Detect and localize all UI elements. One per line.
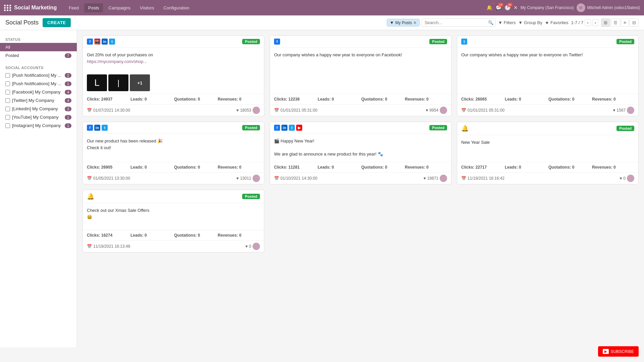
card-body-5: 🎬 Happy New Year!We are glad to announce… bbox=[270, 134, 451, 162]
facebook-icon: f bbox=[87, 39, 93, 45]
avatar: M bbox=[577, 3, 585, 12]
youtube-subscribe-button[interactable]: ▶ SUBSCRIBE bbox=[598, 346, 639, 347]
card-likes-1: ♥ 18053 bbox=[236, 107, 260, 114]
card-date-7: 📅 11/19/2021 16:13:48 bbox=[87, 244, 130, 249]
sidebar-status-all[interactable]: All bbox=[0, 43, 77, 51]
card-revenues-7: Revenues: 0 bbox=[218, 233, 260, 238]
search-input-wrap: 🔍 bbox=[422, 18, 495, 27]
sidebar-youtube-badge: 1 bbox=[65, 115, 71, 120]
my-posts-filter[interactable]: ▼ My Posts ✕ bbox=[387, 19, 420, 26]
card-header-7: 🔔 Posted bbox=[83, 190, 264, 203]
card-social-icons-7: 🔔 bbox=[87, 193, 94, 200]
sidebar-push-2-checkbox[interactable] bbox=[5, 81, 10, 86]
card-social-icons-2: f bbox=[274, 39, 280, 45]
card-quotations-5: Quotations: 0 bbox=[361, 165, 404, 170]
card-clicks-3: Clicks: 26065 bbox=[461, 97, 503, 102]
card-clicks-4: Clicks: 26905 bbox=[87, 165, 129, 170]
grid-view-button[interactable]: ⊟ bbox=[630, 18, 639, 27]
post-card-4[interactable]: f in t Posted Our new product has been r… bbox=[83, 122, 264, 184]
linkedin-icon-5: in bbox=[281, 125, 287, 131]
card-date-2: 📅 01/01/2021 05:31:00 bbox=[274, 108, 317, 113]
card-header-6: 🔔 Posted bbox=[457, 122, 638, 135]
post-card-5[interactable]: f in t ▶ Posted 🎬 Happy New Year!We are … bbox=[270, 122, 451, 184]
favorites-button[interactable]: ★ Favorites bbox=[545, 20, 568, 25]
card-stats-1: Clicks: 24937 Leads: 0 Quotations: 0 Rev… bbox=[83, 94, 264, 104]
nav-posts[interactable]: Posts bbox=[84, 3, 103, 12]
card-social-icons-6: 🔔 bbox=[461, 125, 469, 132]
post-card-3[interactable]: t Posted Our company wishes a happy new … bbox=[457, 36, 639, 116]
sidebar-youtube[interactable]: [YouTube] My Company 1 bbox=[0, 113, 77, 121]
sidebar-push-1[interactable]: [Push Notifications] My ... 2 bbox=[0, 71, 77, 79]
card-footer-4: 📅 01/05/2021 13:30:00 ♥ 13011 bbox=[83, 172, 264, 184]
activity-view-button[interactable]: ☰ bbox=[611, 18, 620, 27]
sidebar-instagram-badge: 1 bbox=[65, 123, 71, 128]
nav-configuration[interactable]: Configuration bbox=[159, 3, 193, 12]
sidebar-youtube-checkbox[interactable] bbox=[5, 115, 10, 120]
messages-icon[interactable]: 💬 19 bbox=[495, 5, 502, 11]
close-icon[interactable]: ✕ bbox=[514, 5, 518, 11]
pagination-next[interactable]: › bbox=[592, 19, 598, 26]
sidebar-linkedin-checkbox[interactable] bbox=[5, 107, 10, 111]
sidebar-instagram-checkbox[interactable] bbox=[5, 123, 10, 128]
card-avatar-4 bbox=[253, 175, 260, 182]
card-stats-5: Clicks: 11281 Leads: 0 Quotations: 0 Rev… bbox=[270, 162, 451, 172]
sidebar-facebook-checkbox[interactable] bbox=[5, 90, 10, 95]
sidebar-push-1-badge: 2 bbox=[65, 73, 71, 78]
card-revenues-3: Revenues: 0 bbox=[592, 97, 634, 102]
post-card-7[interactable]: 🔔 Posted Check out our Xmas Sale Offers😀… bbox=[83, 190, 264, 252]
topnav-right-area: 🔔 💬 19 🕐 40 ✕ My Company (San Francisco)… bbox=[486, 3, 640, 12]
app-logo[interactable]: Social Marketing bbox=[4, 5, 57, 11]
sidebar-push-1-checkbox[interactable] bbox=[5, 73, 10, 78]
sidebar-instagram[interactable]: [Instagram] My Company 1 bbox=[0, 121, 77, 130]
card-social-icons-1: f 📸 in t bbox=[87, 39, 115, 45]
sidebar-twitter-badge: 4 bbox=[65, 98, 71, 103]
post-card-2[interactable]: f Posted Our company wishes a happy new … bbox=[270, 36, 451, 116]
sidebar-status-posted[interactable]: Posted 7 bbox=[0, 51, 77, 60]
card-body-1: Get 20% out of your purchases onhttps://… bbox=[83, 48, 264, 74]
card-leads-2: Leads: 0 bbox=[318, 97, 360, 102]
nav-campaigns[interactable]: Campaigns bbox=[104, 3, 135, 12]
card-link-1[interactable]: https://mycompany.com/shop... bbox=[87, 59, 147, 64]
pagination-prev[interactable]: ‹ bbox=[585, 19, 591, 26]
notifications-badge bbox=[492, 3, 495, 3]
card-date-3: 📅 01/01/2021 05:31:00 bbox=[461, 108, 504, 113]
sidebar-twitter-checkbox[interactable] bbox=[5, 98, 10, 103]
card-stats-3: Clicks: 26065 Leads: 0 Quotations: 0 Rev… bbox=[457, 94, 638, 104]
create-button[interactable]: CREATE bbox=[43, 18, 70, 27]
linkedin-icon: in bbox=[102, 39, 108, 45]
card-likes-4: ♥ 13011 bbox=[236, 175, 260, 182]
remove-filter-button[interactable]: ✕ bbox=[413, 20, 417, 25]
push-bell-icon-7: 🔔 bbox=[87, 193, 94, 200]
search-input[interactable] bbox=[422, 18, 495, 27]
sidebar-push-2[interactable]: [Push Notifications] My ... 1 bbox=[0, 79, 77, 88]
card-avatar-7 bbox=[253, 243, 260, 250]
notifications-icon[interactable]: 🔔 bbox=[486, 5, 493, 11]
search-submit-icon[interactable]: 🔍 bbox=[488, 20, 493, 25]
company-name[interactable]: My Company (San Francisco) bbox=[521, 5, 574, 10]
app-title: Social Marketing bbox=[14, 5, 57, 11]
list-view-button[interactable]: ≡ bbox=[621, 18, 629, 27]
sidebar-all-label: All bbox=[5, 45, 10, 50]
sidebar-twitter[interactable]: [Twitter] My Company 4 bbox=[0, 96, 77, 105]
card-social-icons-3: t bbox=[461, 39, 467, 45]
sidebar-linkedin[interactable]: [LinkedIn] My Company 3 bbox=[0, 105, 77, 113]
filters-button[interactable]: ▼ Filters bbox=[498, 20, 516, 25]
user-info[interactable]: M Mitchell Admin (odoo15latest) bbox=[577, 3, 640, 12]
sidebar-facebook[interactable]: [Facebook] My Company 4 bbox=[0, 88, 77, 96]
kanban-view-button[interactable]: ⊞ bbox=[601, 18, 610, 27]
status-badge-4: Posted bbox=[242, 125, 260, 130]
card-leads-4: Leads: 0 bbox=[130, 165, 173, 170]
nav-feed[interactable]: Feed bbox=[65, 3, 83, 12]
post-card-6[interactable]: 🔔 Posted New Year Sale Clicks: 22717 Lea… bbox=[457, 122, 639, 184]
facebook-icon-4: f bbox=[87, 125, 93, 131]
activities-icon[interactable]: 🕐 40 bbox=[504, 5, 511, 11]
sidebar: STATUS All Posted 7 SOCIAL ACCOUNTS [Pus… bbox=[0, 30, 77, 347]
card-footer-6: 📅 11/19/2021 16:16:42 ♥ 0 bbox=[457, 172, 638, 184]
group-by-button[interactable]: ▼ Group By bbox=[518, 20, 542, 25]
card-stats-4: Clicks: 26905 Leads: 0 Quotations: 0 Rev… bbox=[83, 162, 264, 172]
main-menu: Feed Posts Campaigns Visitors Configurat… bbox=[65, 3, 484, 12]
post-card-1[interactable]: f 📸 in t Posted Get 20% out of your purc… bbox=[83, 36, 264, 116]
card-image-overlay-1: +1 bbox=[130, 74, 150, 91]
nav-visitors[interactable]: Visitors bbox=[136, 3, 158, 12]
card-image-1c: +1 bbox=[130, 74, 150, 91]
